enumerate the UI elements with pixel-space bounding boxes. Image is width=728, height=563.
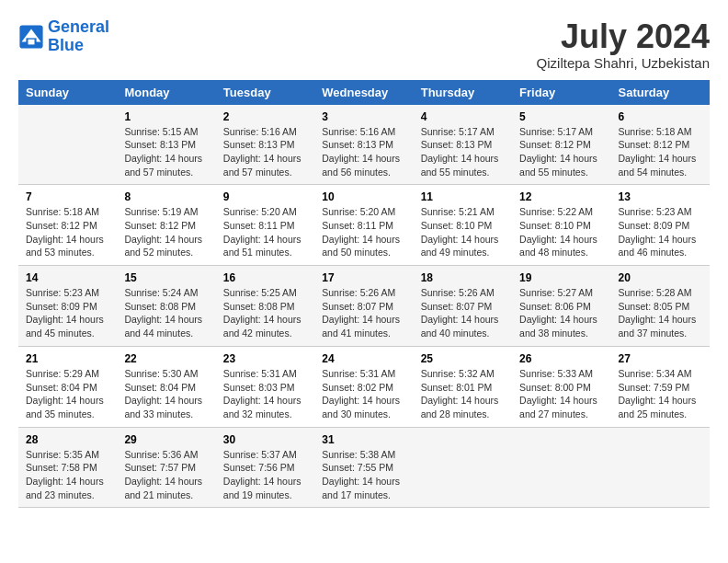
- logo-icon: [18, 24, 44, 50]
- svg-rect-3: [28, 40, 35, 45]
- day-number: 28: [26, 433, 109, 446]
- day-info: Sunrise: 5:24 AM Sunset: 8:08 PM Dayligh…: [124, 286, 208, 340]
- calendar-cell: 1Sunrise: 5:15 AM Sunset: 8:13 PM Daylig…: [117, 105, 215, 185]
- week-row-1: 1Sunrise: 5:15 AM Sunset: 8:13 PM Daylig…: [18, 105, 710, 185]
- calendar-cell: 6Sunrise: 5:18 AM Sunset: 8:12 PM Daylig…: [611, 105, 710, 185]
- calendar-cell: 8Sunrise: 5:19 AM Sunset: 8:12 PM Daylig…: [117, 185, 215, 266]
- day-number: 7: [26, 190, 109, 203]
- day-info: Sunrise: 5:32 AM Sunset: 8:01 PM Dayligh…: [421, 367, 505, 421]
- day-number: 18: [421, 271, 505, 284]
- day-number: 1: [124, 110, 208, 123]
- day-info: Sunrise: 5:18 AM Sunset: 8:12 PM Dayligh…: [26, 205, 109, 259]
- day-number: 8: [124, 190, 208, 203]
- day-number: 10: [322, 190, 405, 203]
- day-number: 25: [421, 352, 505, 365]
- day-number: 16: [223, 271, 307, 284]
- day-number: 12: [519, 190, 603, 203]
- day-number: 24: [322, 352, 405, 365]
- day-number: 17: [322, 271, 405, 284]
- day-number: 2: [223, 110, 307, 123]
- day-number: 19: [519, 271, 603, 284]
- day-number: 15: [124, 271, 208, 284]
- calendar-cell: 21Sunrise: 5:29 AM Sunset: 8:04 PM Dayli…: [18, 346, 117, 427]
- day-number: 6: [619, 110, 702, 123]
- calendar-cell: 27Sunrise: 5:34 AM Sunset: 7:59 PM Dayli…: [611, 346, 710, 427]
- day-info: Sunrise: 5:16 AM Sunset: 8:13 PM Dayligh…: [223, 125, 307, 179]
- calendar-cell: 15Sunrise: 5:24 AM Sunset: 8:08 PM Dayli…: [117, 266, 215, 347]
- day-info: Sunrise: 5:22 AM Sunset: 8:10 PM Dayligh…: [519, 205, 603, 259]
- day-info: Sunrise: 5:31 AM Sunset: 8:03 PM Dayligh…: [223, 367, 307, 421]
- day-info: Sunrise: 5:30 AM Sunset: 8:04 PM Dayligh…: [124, 367, 208, 421]
- days-header-row: SundayMondayTuesdayWednesdayThursdayFrid…: [18, 80, 710, 105]
- day-number: 13: [619, 190, 702, 203]
- day-info: Sunrise: 5:20 AM Sunset: 8:11 PM Dayligh…: [223, 205, 307, 259]
- calendar-cell: 17Sunrise: 5:26 AM Sunset: 8:07 PM Dayli…: [314, 266, 413, 347]
- calendar-cell: 11Sunrise: 5:21 AM Sunset: 8:10 PM Dayli…: [414, 185, 512, 266]
- day-number: 9: [223, 190, 307, 203]
- day-header-tuesday: Tuesday: [216, 80, 314, 105]
- calendar-cell: 18Sunrise: 5:26 AM Sunset: 8:07 PM Dayli…: [414, 266, 512, 347]
- calendar-cell: 25Sunrise: 5:32 AM Sunset: 8:01 PM Dayli…: [414, 346, 512, 427]
- calendar-cell: [414, 427, 512, 508]
- day-info: Sunrise: 5:27 AM Sunset: 8:06 PM Dayligh…: [519, 286, 603, 340]
- day-info: Sunrise: 5:19 AM Sunset: 8:12 PM Dayligh…: [124, 205, 208, 259]
- day-info: Sunrise: 5:23 AM Sunset: 8:09 PM Dayligh…: [619, 205, 702, 259]
- day-info: Sunrise: 5:28 AM Sunset: 8:05 PM Dayligh…: [619, 286, 702, 340]
- day-header-saturday: Saturday: [611, 80, 710, 105]
- day-info: Sunrise: 5:25 AM Sunset: 8:08 PM Dayligh…: [223, 286, 307, 340]
- day-info: Sunrise: 5:16 AM Sunset: 8:13 PM Dayligh…: [322, 125, 405, 179]
- day-info: Sunrise: 5:15 AM Sunset: 8:13 PM Dayligh…: [124, 125, 208, 179]
- day-info: Sunrise: 5:26 AM Sunset: 8:07 PM Dayligh…: [322, 286, 405, 340]
- logo: General Blue: [18, 18, 109, 55]
- day-info: Sunrise: 5:21 AM Sunset: 8:10 PM Dayligh…: [421, 205, 505, 259]
- day-number: 27: [619, 352, 702, 365]
- month-year-title: July 2024: [537, 18, 710, 55]
- calendar-cell: 13Sunrise: 5:23 AM Sunset: 8:09 PM Dayli…: [611, 185, 710, 266]
- calendar-cell: 26Sunrise: 5:33 AM Sunset: 8:00 PM Dayli…: [512, 346, 610, 427]
- day-header-wednesday: Wednesday: [314, 80, 413, 105]
- calendar-cell: 28Sunrise: 5:35 AM Sunset: 7:58 PM Dayli…: [18, 427, 117, 508]
- calendar-cell: 24Sunrise: 5:31 AM Sunset: 8:02 PM Dayli…: [314, 346, 413, 427]
- day-header-friday: Friday: [512, 80, 610, 105]
- calendar-cell: [18, 105, 117, 185]
- day-number: 23: [223, 352, 307, 365]
- calendar-cell: [512, 427, 610, 508]
- day-number: 26: [519, 352, 603, 365]
- location-subtitle: Qiziltepa Shahri, Uzbekistan: [537, 55, 710, 71]
- day-info: Sunrise: 5:37 AM Sunset: 7:56 PM Dayligh…: [223, 448, 307, 502]
- calendar-cell: 16Sunrise: 5:25 AM Sunset: 8:08 PM Dayli…: [216, 266, 314, 347]
- day-header-sunday: Sunday: [18, 80, 117, 105]
- calendar-table: SundayMondayTuesdayWednesdayThursdayFrid…: [18, 80, 710, 509]
- day-number: 29: [124, 433, 208, 446]
- calendar-cell: 4Sunrise: 5:17 AM Sunset: 8:13 PM Daylig…: [414, 105, 512, 185]
- day-info: Sunrise: 5:17 AM Sunset: 8:12 PM Dayligh…: [519, 125, 603, 179]
- calendar-cell: 30Sunrise: 5:37 AM Sunset: 7:56 PM Dayli…: [216, 427, 314, 508]
- logo-text: General Blue: [48, 18, 109, 55]
- day-number: 31: [322, 433, 405, 446]
- day-info: Sunrise: 5:34 AM Sunset: 7:59 PM Dayligh…: [619, 367, 702, 421]
- calendar-cell: 31Sunrise: 5:38 AM Sunset: 7:55 PM Dayli…: [314, 427, 413, 508]
- day-info: Sunrise: 5:38 AM Sunset: 7:55 PM Dayligh…: [322, 448, 405, 502]
- day-number: 14: [26, 271, 109, 284]
- day-number: 3: [322, 110, 405, 123]
- day-info: Sunrise: 5:35 AM Sunset: 7:58 PM Dayligh…: [26, 448, 109, 502]
- page-header: General Blue July 2024 Qiziltepa Shahri,…: [18, 18, 710, 71]
- calendar-cell: 9Sunrise: 5:20 AM Sunset: 8:11 PM Daylig…: [216, 185, 314, 266]
- week-row-5: 28Sunrise: 5:35 AM Sunset: 7:58 PM Dayli…: [18, 427, 710, 508]
- calendar-cell: 14Sunrise: 5:23 AM Sunset: 8:09 PM Dayli…: [18, 266, 117, 347]
- day-number: 30: [223, 433, 307, 446]
- day-info: Sunrise: 5:33 AM Sunset: 8:00 PM Dayligh…: [519, 367, 603, 421]
- day-number: 20: [619, 271, 702, 284]
- day-number: 21: [26, 352, 109, 365]
- week-row-2: 7Sunrise: 5:18 AM Sunset: 8:12 PM Daylig…: [18, 185, 710, 266]
- day-number: 5: [519, 110, 603, 123]
- day-number: 22: [124, 352, 208, 365]
- calendar-cell: 19Sunrise: 5:27 AM Sunset: 8:06 PM Dayli…: [512, 266, 610, 347]
- day-info: Sunrise: 5:26 AM Sunset: 8:07 PM Dayligh…: [421, 286, 505, 340]
- calendar-cell: 3Sunrise: 5:16 AM Sunset: 8:13 PM Daylig…: [314, 105, 413, 185]
- calendar-cell: 2Sunrise: 5:16 AM Sunset: 8:13 PM Daylig…: [216, 105, 314, 185]
- calendar-cell: 20Sunrise: 5:28 AM Sunset: 8:05 PM Dayli…: [611, 266, 710, 347]
- calendar-cell: 5Sunrise: 5:17 AM Sunset: 8:12 PM Daylig…: [512, 105, 610, 185]
- calendar-cell: 22Sunrise: 5:30 AM Sunset: 8:04 PM Dayli…: [117, 346, 215, 427]
- day-info: Sunrise: 5:36 AM Sunset: 7:57 PM Dayligh…: [124, 448, 208, 502]
